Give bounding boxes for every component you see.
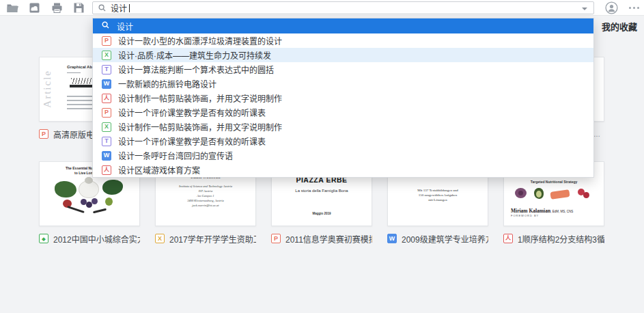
divider (67, 72, 81, 73)
caj-file-icon: ◆ (39, 234, 48, 243)
document-title: 1顺序结构2分支结构3循环... (518, 233, 604, 245)
search-suggestions-dropdown: 设计 P 设计一款小型的水面漂浮垃圾清理装置的设计 X 设计·品质·成本——建筑… (92, 18, 594, 178)
suggestion-item[interactable]: 人 设计制作一帖剪贴装饰画，并用文字说明制作 (93, 91, 593, 105)
suggestion-text: 一款新颖的抗振铃电路设计 (118, 78, 216, 90)
thumb-text-line: 150 ausgewählten Aufgaben (388, 193, 488, 198)
suggestion-text: 设计一个评价课堂教学是否有效的听课表 (118, 107, 266, 118)
thumb-text-line: IST Austria (156, 189, 255, 193)
user-avatar-button[interactable] (605, 1, 618, 14)
save-button[interactable] (71, 1, 86, 14)
document-title: 2011信息学奥赛初赛模拟... (285, 233, 372, 245)
document-title: 2009级建筑学专业培养方... (402, 233, 488, 245)
suggestion-query-text: 设计 (117, 21, 133, 32)
suggestion-item[interactable]: W 设计一条呼吁台湾回归的宣传语 (93, 148, 593, 163)
thumb-top-line: Targeted Nutritional Strategy (504, 180, 604, 184)
suggestion-text: 设计制作一帖剪贴装饰画，并用文字说明制作 (118, 92, 282, 104)
suggestion-text: 设计一个评价课堂教学是否有效的听课表 (118, 135, 266, 147)
suggestion-item[interactable]: P 设计一款小型的水面漂浮垃圾清理装置的设计 (93, 33, 593, 48)
thumb-text-line: Mit 137 Textabbildungen und (388, 188, 488, 193)
txt-file-icon: T (102, 137, 111, 146)
image-document-icon (29, 2, 40, 14)
suggestion-text: 设计一算法能判断一个算术表达式中的圆括 (118, 64, 274, 75)
suggestion-text: 设计制作一帖剪贴装饰画，并用文字说明制作 (118, 121, 282, 133)
suggestion-item[interactable]: P 设计一个评价课堂教学是否有效的听课表 (93, 105, 593, 120)
app-window: 设计 文档 我的收藏 Article Graphical Abstract (0, 0, 644, 313)
thumb-date: Maggio 2019 (272, 212, 372, 215)
suggestion-item[interactable]: T 设计一个评价课堂教学是否有效的听课表 (93, 134, 593, 148)
thumb-text-line: mit Lösungen (388, 198, 488, 202)
search-value: 设计 (111, 2, 127, 14)
xls-file-icon: X (102, 122, 111, 132)
suggestion-item[interactable]: W 一款新颖的抗振铃电路设计 (93, 77, 593, 91)
ppt-file-icon: P (271, 234, 281, 243)
document-title-fragment: … (593, 131, 600, 138)
thumb-subtitle: La storia della Famiglia Bona (272, 189, 372, 193)
pdf-file-icon: 人 (102, 94, 111, 103)
toolbar: 设计 (0, 0, 644, 16)
document-title: 2012中国中小城综合实力... (53, 233, 140, 245)
xls-file-icon: X (102, 51, 111, 60)
suggestion-item[interactable]: 人 设计区域游戏体育方案 (93, 163, 593, 177)
suggestion-item[interactable]: X 设计制作一帖剪贴装饰画，并用文字说明制作 (93, 120, 593, 134)
thumb-text-line: jack.merrin@ist.ac.at (156, 203, 255, 208)
search-icon (102, 21, 109, 31)
dropdown-arrow-icon[interactable] (582, 8, 587, 10)
doc-file-icon: W (387, 234, 397, 243)
thumb-text-line: Am Campus 1 (156, 193, 255, 198)
more-menu-button[interactable] (626, 1, 641, 14)
thumb-text-line: 3400 Klosterneuburg, Austria (156, 198, 255, 203)
doc-file-icon: W (102, 151, 111, 161)
print-icon (51, 2, 63, 14)
text-caret (129, 4, 130, 12)
ppt-file-icon: P (39, 129, 48, 139)
search-icon (98, 2, 106, 14)
thumb-credentials: , EdM, MS, CNS (550, 210, 573, 213)
thumb-side-text: Article (42, 70, 53, 108)
save-icon (73, 2, 85, 14)
tab-favorites[interactable]: 我的收藏 (602, 20, 637, 33)
thumb-text-line: Institute of Science and Technology Aust… (156, 184, 255, 189)
more-dots-icon (629, 7, 639, 9)
suggestion-text: 设计·品质·成本——建筑生命力及可持续发 (118, 49, 271, 61)
suggestion-text: 设计区域游戏体育方案 (118, 164, 200, 176)
suggestion-text: 设计一款小型的水面漂浮垃圾清理装置的设计 (118, 35, 282, 46)
thumb-author: Miriam Kalamian (511, 208, 550, 214)
image-document-button[interactable] (27, 1, 42, 14)
txt-file-icon: T (102, 65, 111, 74)
doc-file-icon: W (102, 79, 111, 89)
open-folder-icon (6, 2, 19, 14)
print-button[interactable] (49, 1, 64, 14)
pdf-file-icon: 人 (102, 165, 111, 175)
suggestion-text: 设计一条呼吁台湾回归的宣传语 (118, 150, 233, 161)
open-folder-button[interactable] (5, 1, 20, 14)
suggestion-item[interactable]: T 设计一算法能判断一个算术表达式中的圆括 (93, 62, 593, 77)
pdf-file-icon: 人 (503, 234, 513, 243)
search-input[interactable]: 设计 (92, 1, 594, 14)
suggestion-item[interactable]: X 设计·品质·成本——建筑生命力及可持续发 (93, 48, 593, 62)
document-title: 2017学年开学学生资助工... (169, 233, 256, 245)
thumb-foreword: FOREWORD BY (511, 214, 539, 217)
xls-file-icon: X (155, 234, 165, 243)
ppt-file-icon: P (102, 36, 111, 46)
ppt-file-icon: P (102, 108, 111, 118)
suggestion-query-row[interactable]: 设计 (93, 18, 593, 33)
user-avatar-icon (605, 5, 618, 16)
